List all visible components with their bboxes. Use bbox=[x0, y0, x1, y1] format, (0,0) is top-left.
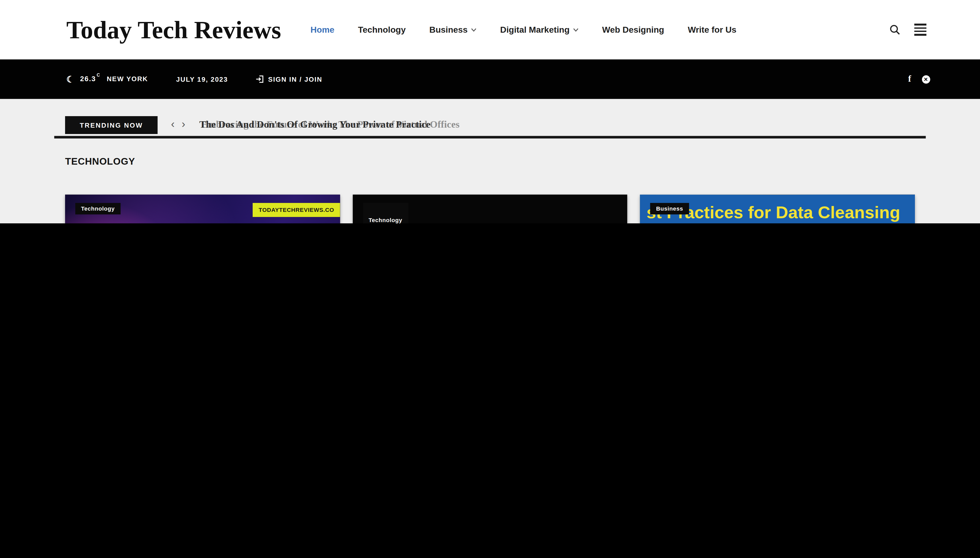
nav-home[interactable]: Home bbox=[311, 25, 334, 35]
sign-in-link[interactable]: SIGN IN / JOIN bbox=[256, 75, 322, 83]
nav-business-label: Business bbox=[429, 25, 467, 35]
temperature: 26.3 bbox=[80, 75, 96, 82]
site-watermark-badge: TODAYTECHREVIEWS.CO bbox=[253, 203, 340, 217]
post-image-silent-revolution: Technology The Silent Revolution:How IT … bbox=[353, 195, 628, 223]
header-actions bbox=[890, 24, 926, 36]
post-card-virtual-offices[interactable]: Technology TODAYTECHREVIEWS.CO THE POWER… bbox=[65, 195, 340, 223]
ticker-prev-button[interactable]: ‹ bbox=[171, 117, 175, 131]
nav-technology-label: Technology bbox=[358, 25, 406, 35]
nav-web-designing-label: Web Designing bbox=[602, 25, 664, 35]
site-logo[interactable]: Today Tech Reviews bbox=[66, 15, 281, 44]
technology-section-title: TECHNOLOGY bbox=[54, 156, 926, 167]
nav-home-label: Home bbox=[311, 25, 334, 35]
ticker-next-button[interactable]: › bbox=[182, 117, 185, 131]
nav-digital-marketing-label: Digital Marketing bbox=[500, 25, 570, 35]
city: NEW YORK bbox=[107, 75, 148, 82]
sign-in-icon bbox=[256, 75, 264, 83]
facebook-icon[interactable]: f bbox=[908, 74, 912, 84]
post-card-silent-revolution[interactable]: Technology The Silent Revolution:How IT … bbox=[353, 195, 628, 223]
moon-icon: ☾ bbox=[66, 75, 75, 84]
ticker-headline-front[interactable]: The Dos And Don'ts Of Growing Your Priva… bbox=[199, 119, 431, 130]
nav-write-for-us[interactable]: Write for Us bbox=[688, 25, 736, 35]
post-image-data-cleansing: Business st Practices for Data Cleansing… bbox=[640, 195, 915, 223]
page: Today Tech Reviews Home Technology Busin… bbox=[0, 0, 980, 223]
site-header: Today Tech Reviews Home Technology Busin… bbox=[0, 0, 980, 59]
main-container: TRENDING NOW ‹ › Embracing the Future of… bbox=[54, 116, 926, 223]
nav-web-designing[interactable]: Web Designing bbox=[602, 25, 664, 35]
temperature-unit: C bbox=[97, 73, 100, 77]
sign-in-label: SIGN IN / JOIN bbox=[268, 75, 322, 83]
category-badge[interactable]: Business bbox=[650, 203, 689, 214]
nav-business[interactable]: Business bbox=[429, 25, 477, 35]
nav-digital-marketing[interactable]: Digital Marketing bbox=[500, 25, 578, 35]
trending-badge: TRENDING NOW bbox=[65, 116, 158, 134]
current-date: JULY 19, 2023 bbox=[176, 75, 228, 83]
ticker-controls: ‹ › bbox=[171, 117, 185, 131]
trending-bar: TRENDING NOW ‹ › Embracing the Future of… bbox=[54, 116, 926, 139]
search-icon[interactable] bbox=[890, 24, 900, 35]
menu-icon[interactable] bbox=[914, 24, 927, 36]
trending-ticker: Embracing the Future of Work: The Power … bbox=[199, 116, 926, 134]
x-twitter-icon[interactable]: ✕ bbox=[922, 75, 931, 84]
utility-bar: ☾ 26.3C NEW YORK JULY 19, 2023 SIGN IN /… bbox=[0, 59, 980, 99]
category-badge[interactable]: Technology bbox=[75, 203, 120, 214]
post-image-virtual-offices: Technology TODAYTECHREVIEWS.CO THE POWER… bbox=[65, 195, 340, 223]
main-nav: Home Technology Business Digital Marketi… bbox=[311, 25, 736, 35]
social-links: f ✕ bbox=[908, 74, 930, 84]
technology-posts: Technology TODAYTECHREVIEWS.CO THE POWER… bbox=[54, 195, 926, 223]
post-card-data-cleansing[interactable]: Business st Practices for Data Cleansing… bbox=[640, 195, 915, 223]
weather-widget: ☾ 26.3C NEW YORK bbox=[66, 75, 148, 84]
nav-technology[interactable]: Technology bbox=[358, 25, 406, 35]
chevron-down-icon bbox=[471, 28, 477, 32]
nav-write-for-us-label: Write for Us bbox=[688, 25, 736, 35]
category-badge[interactable]: Technology bbox=[363, 203, 408, 223]
chevron-down-icon bbox=[573, 28, 578, 32]
